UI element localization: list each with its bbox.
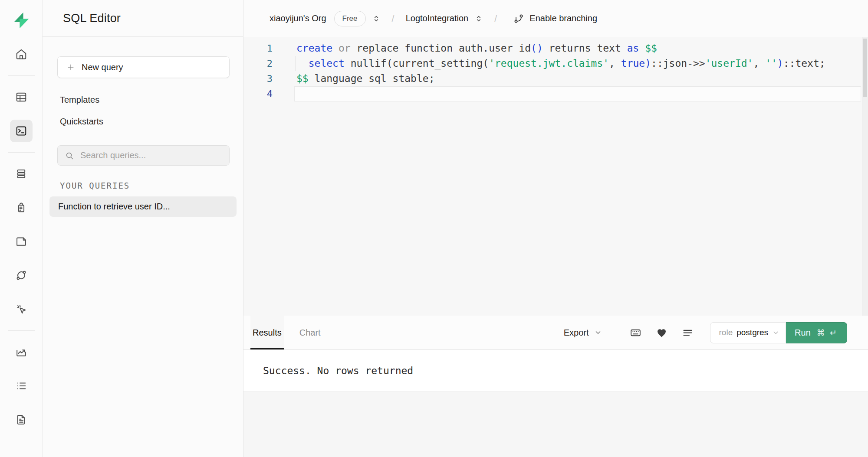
rail-item-sql-editor[interactable] [10,120,33,142]
api-docs-icon [15,414,27,426]
code-line-3[interactable]: 3$$ language sql stable; [243,71,868,86]
line-number: 1 [243,41,282,56]
new-query-button[interactable]: New query [57,56,230,78]
run-shortcut: ⌘ ↵ [817,328,838,338]
search-icon [65,151,74,160]
table-editor-icon [15,91,27,103]
role-run-group: role postgres Run ⌘ ↵ [710,322,847,343]
code-lines: 1create or replace function auth.user_id… [243,41,868,101]
align-left-lines-icon[interactable] [682,327,694,339]
rail-item-edge-functions[interactable] [10,264,33,287]
sidebar-item-quickstarts[interactable]: Quickstarts [57,111,230,132]
project-name[interactable]: LogtoIntegration [406,13,469,23]
role-prefix: role [719,328,733,337]
templates-label: Templates [60,95,99,105]
nav-rail [0,0,43,457]
code-text: $$ language sql stable; [282,71,435,86]
run-button[interactable]: Run ⌘ ↵ [786,322,847,343]
plus-icon [66,63,75,72]
home-icon [15,48,27,60]
rail-divider [8,75,35,76]
tab-results[interactable]: Results [250,316,284,349]
code-line-2[interactable]: 2 select nullif(current_setting('request… [243,56,868,71]
new-query-label: New query [82,62,123,72]
toolbar-actions: Export role postgres [564,322,847,343]
current-line-highlight [294,86,861,101]
sql-code-editor[interactable]: 1create or replace function auth.user_id… [243,37,868,316]
rail-item-reports[interactable] [10,341,33,363]
code-line-1[interactable]: 1create or replace function auth.user_id… [243,41,868,56]
sidebar-body: New query Templates Quickstarts YOUR QUE… [43,37,243,217]
realtime-icon [15,303,27,315]
code-text: create or replace function auth.user_id(… [282,41,657,56]
plan-badge[interactable]: Free [334,11,366,26]
supabase-logo[interactable] [11,10,31,30]
keyboard-shortcuts-icon[interactable] [630,327,641,339]
chevron-down-icon [594,329,602,336]
sidebar-header: SQL Editor [43,0,243,37]
editor-scrollbar[interactable] [862,37,868,316]
line-number: 2 [243,56,282,71]
export-button[interactable]: Export [564,328,602,338]
code-text [282,86,296,101]
storage-icon [15,235,27,248]
breadcrumb-separator: / [494,13,497,24]
role-selector[interactable]: role postgres [710,322,786,343]
authentication-icon [15,202,27,214]
your-queries-label: YOUR QUERIES [57,181,230,190]
line-number: 3 [243,71,282,86]
rail-items [8,37,35,437]
enable-branching-button[interactable]: Enable branching [511,13,600,24]
query-list: Function to retrieve user ID... [49,196,237,217]
search-queries-input[interactable] [79,150,222,161]
favorite-heart-icon[interactable] [656,327,667,339]
rail-item-database[interactable] [10,163,33,185]
rail-item-home[interactable] [10,43,33,65]
main-panel: xiaoyijun's Org Free / LogtoIntegration … [243,0,868,457]
enable-branching-label: Enable branching [529,13,597,23]
sidebar-item-templates[interactable]: Templates [57,89,230,111]
page-title: SQL Editor [63,12,121,25]
query-list-item[interactable]: Function to retrieve user ID... [49,196,237,217]
quickstarts-label: Quickstarts [60,117,103,127]
code-text: select nullif(current_setting('request.j… [282,56,825,71]
reports-icon [15,346,27,358]
results-panel: Success. No rows returned [243,350,868,392]
line-number: 4 [243,86,282,101]
breadcrumb: xiaoyijun's Org Free / LogtoIntegration … [243,0,868,37]
org-switcher-chevrons-icon[interactable] [372,14,381,23]
code-line-4[interactable]: 4 [243,86,868,101]
edge-functions-icon [15,269,27,281]
run-label: Run [795,328,811,338]
sql-editor-app: SQL Editor New query Templates Quickstar… [0,0,868,457]
tab-chart[interactable]: Chart [297,316,323,349]
chevron-down-icon [772,329,779,336]
logs-icon [15,380,27,392]
rail-divider [8,330,35,331]
success-message: Success. No rows returned [263,365,413,376]
git-branch-icon [513,13,524,24]
sidebar: SQL Editor New query Templates Quickstar… [43,0,243,457]
rail-item-storage[interactable] [10,230,33,253]
results-tabs: ResultsChart [250,316,336,349]
results-toolbar: ResultsChart Export [243,316,868,350]
results-footer [243,392,868,457]
rail-item-table-editor[interactable] [10,86,33,108]
export-label: Export [564,328,589,338]
rail-item-api-docs[interactable] [10,408,33,431]
editor-scrollbar-thumb[interactable] [863,39,867,97]
project-switcher-chevrons-icon[interactable] [474,14,483,23]
database-icon [15,168,27,180]
breadcrumb-separator: / [392,13,395,24]
sidebar-nav: Templates Quickstarts [57,89,230,132]
role-value: postgres [736,328,768,337]
org-name[interactable]: xiaoyijun's Org [270,13,326,23]
rail-divider [8,152,35,153]
rail-item-realtime[interactable] [10,298,33,320]
rail-item-logs[interactable] [10,375,33,397]
sql-editor-icon [15,125,27,137]
search-queries-box [57,145,230,166]
rail-item-authentication[interactable] [10,196,33,219]
